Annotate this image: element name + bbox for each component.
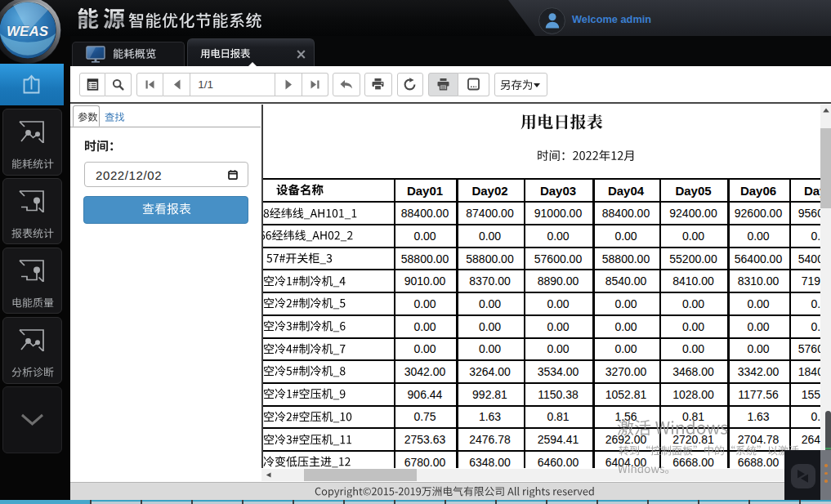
svg-text:WEAS: WEAS xyxy=(7,24,49,39)
